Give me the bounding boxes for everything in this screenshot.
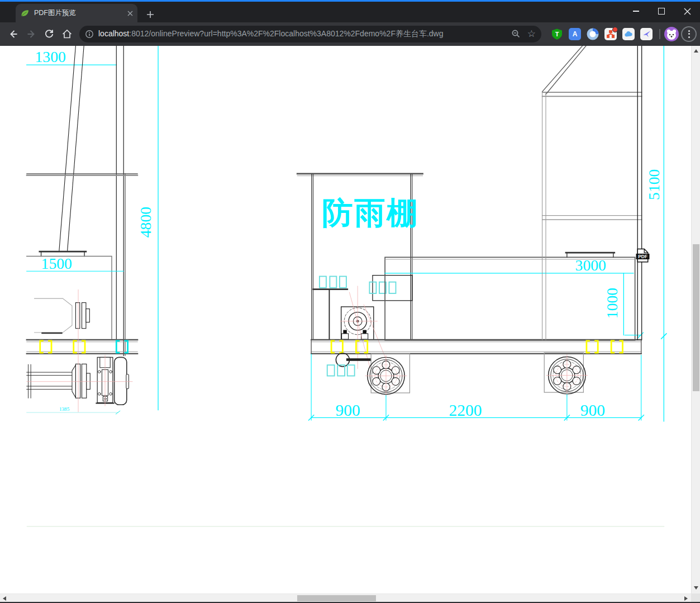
cad-drawing-canvas[interactable]: 1300 1500 4800 [0,46,691,593]
preview-content: 1300 1500 4800 [0,46,700,603]
left-end-view: 1300 1500 4800 [27,46,158,414]
shelter-label: 防雨棚 [322,195,419,231]
address-bar[interactable]: localhost:8012/onlinePreview?url=http%3A… [79,26,541,42]
tab-strip: PDF图片预览 [0,2,700,22]
info-icon[interactable] [85,30,94,39]
dim-2200: 2200 [449,401,482,419]
pdf-download-button[interactable]: PDF [636,249,649,262]
tampermonkey-icon: T [551,28,563,40]
wheel-right [546,355,588,396]
tab-pdf-preview[interactable]: PDF图片预览 [16,4,137,22]
url-host: localhost [98,29,129,38]
wheel-left [365,355,407,397]
forward-icon [26,29,37,40]
dim-1500: 1500 [41,255,72,272]
scrollbar-corner [691,593,700,602]
dim-1000: 1000 [603,288,621,319]
kebab-menu-icon [688,30,690,38]
toolbar-separator [659,29,660,39]
extension-cloud[interactable] [621,26,636,42]
url-path: :8012/onlinePreview?url=http%3A%2F%2Floc… [129,29,443,38]
clamp-brackets-deck [331,341,622,353]
home-button[interactable] [58,25,76,43]
clamp-bracket-cyan [116,341,127,353]
dim-1385: 1385 [59,406,70,412]
close-icon [684,8,691,15]
spring-leaf-favicon [20,8,30,18]
horizontal-scrollbar-thumb[interactable] [297,595,376,601]
minimize-button[interactable] [623,2,649,21]
reload-button[interactable] [40,25,58,43]
tab-close-icon[interactable] [127,11,133,16]
dim-3000: 3000 [575,257,606,274]
browser-window: PDF图片预览 [0,0,700,603]
dim-1300: 1300 [35,48,66,65]
dim-4800: 4800 [137,207,154,238]
maximize-button[interactable] [649,2,674,21]
forward-button[interactable] [22,25,40,43]
scroll-left-arrow[interactable] [3,596,6,601]
cyan-panels-row2 [369,282,396,293]
drive-motor [341,307,374,340]
cloud-icon [622,28,635,40]
window-controls [623,2,700,21]
scroll-up-arrow[interactable] [694,49,698,53]
new-tab-button[interactable] [143,7,158,22]
dim-900-left: 900 [336,401,360,419]
extension-tampermonkey[interactable]: T [549,26,565,42]
side-elevation-view: 防雨棚 [297,174,644,420]
tab-title: PDF图片预览 [34,8,127,18]
bookmark-star-icon[interactable]: ☆ [527,28,536,40]
home-icon [61,29,73,40]
vertical-scrollbar[interactable] [691,46,700,593]
maximize-icon [658,8,665,15]
right-frame-structure: 5100 [542,46,666,421]
cyan-panels-row1 [320,276,346,287]
notification-badge [612,27,618,32]
horizontal-scrollbar[interactable] [0,593,691,602]
svg-text:T: T [555,30,559,37]
browser-menu-button[interactable] [681,26,697,42]
vertical-scrollbar-thumb[interactable] [693,244,699,391]
scroll-right-arrow[interactable] [684,596,688,601]
scroll-down-arrow[interactable] [694,586,698,590]
back-button[interactable] [4,25,22,43]
reload-icon [44,29,55,40]
extension-translate[interactable]: A [567,26,583,42]
zoom-icon[interactable] [511,29,521,39]
extension-ring[interactable] [585,26,601,42]
minimize-icon [633,11,639,12]
extension-bird[interactable] [639,26,654,42]
pdf-badge-label: PDF [638,254,647,259]
url-text[interactable]: localhost:8012/onlinePreview?url=http%3A… [98,29,511,39]
translate-icon: A [569,28,581,40]
ring-icon [587,28,599,40]
browser-toolbar: localhost:8012/onlinePreview?url=http%3A… [0,22,700,46]
extension-helper[interactable] [603,26,618,42]
bird-icon [640,28,653,40]
close-button[interactable] [674,2,700,21]
back-icon [8,29,19,40]
dim-5100: 5100 [645,169,663,200]
profile-avatar[interactable] [664,27,679,41]
dim-900-right: 900 [580,401,605,419]
